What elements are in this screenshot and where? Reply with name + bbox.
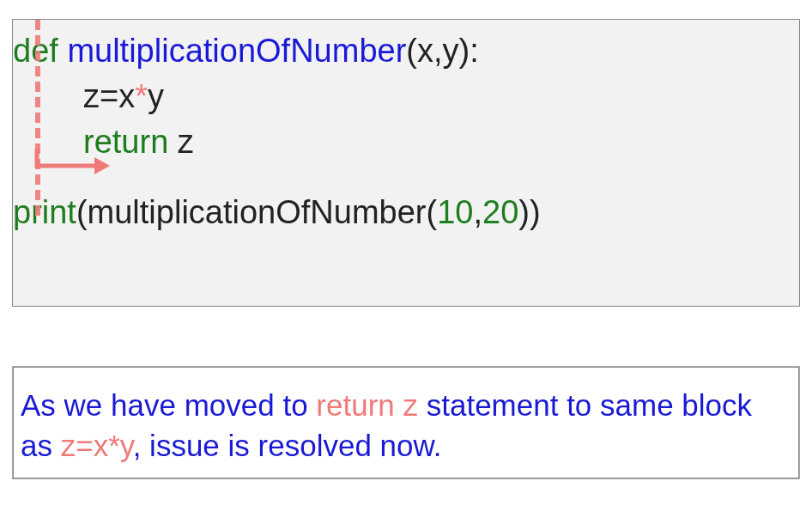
inner-paren-open: ( <box>427 194 438 230</box>
paren-open: ( <box>76 194 88 230</box>
assign-rhs: y <box>148 78 164 114</box>
function-name: multiplicationOfNumber <box>67 33 406 69</box>
comma: , <box>473 194 482 230</box>
code-line-3: return z <box>13 119 799 165</box>
assign-lhs: z=x <box>83 78 135 114</box>
return-var: z <box>168 124 194 160</box>
arg-1: 10 <box>437 194 473 230</box>
code-line-2: z=x*y <box>13 74 799 119</box>
explanation-note: As we have moved to return z statement t… <box>12 366 800 479</box>
note-return-z: return z <box>316 388 418 422</box>
keyword-return: return <box>83 124 168 160</box>
code-block: def multiplicationOfNumber(x,y): z=x*y r… <box>12 19 800 307</box>
code-line-5: print(multiplicationOfNumber(10,20)) <box>13 190 799 235</box>
blank-line <box>13 166 799 190</box>
code-line-1: def multiplicationOfNumber(x,y): <box>13 28 799 74</box>
params: (x,y): <box>406 33 478 69</box>
paren-close: )) <box>518 194 540 230</box>
note-text-3: , issue is resolved now. <box>133 429 442 462</box>
arg-2: 20 <box>482 194 518 230</box>
call-name: multiplicationOfNumber <box>88 194 427 230</box>
operator-star: * <box>135 78 148 114</box>
note-text-1: As we have moved to <box>21 388 316 422</box>
keyword-print: print <box>13 194 76 230</box>
note-expr: z=x*y <box>61 429 133 462</box>
indent-guide-line <box>35 20 40 216</box>
